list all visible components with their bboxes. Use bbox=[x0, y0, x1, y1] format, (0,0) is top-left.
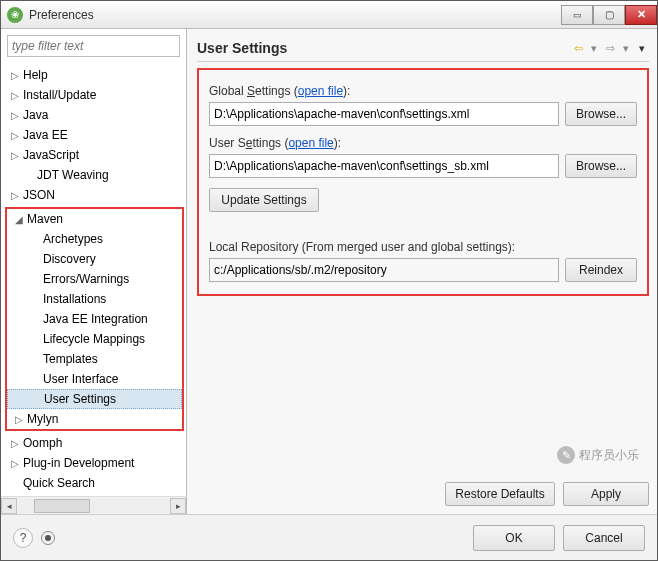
tree-item[interactable]: ▷JavaScript bbox=[3, 145, 186, 165]
user-settings-label: User Settings (open file): bbox=[209, 136, 637, 150]
cancel-button[interactable]: Cancel bbox=[563, 525, 645, 551]
expand-icon[interactable]: ▷ bbox=[9, 150, 21, 161]
tree-item[interactable]: ▷Mylyn bbox=[7, 409, 182, 429]
collapse-icon[interactable]: ◢ bbox=[13, 214, 25, 225]
apply-button[interactable]: Apply bbox=[563, 482, 649, 506]
filter-input[interactable] bbox=[7, 35, 180, 57]
tree-item[interactable]: Errors/Warnings bbox=[7, 269, 182, 289]
tree-item[interactable]: Java EE Integration bbox=[7, 309, 182, 329]
user-settings-input[interactable] bbox=[209, 154, 559, 178]
tree-item[interactable]: ▷Java bbox=[3, 105, 186, 125]
page-title: User Settings bbox=[197, 40, 571, 56]
expand-icon[interactable]: ▷ bbox=[13, 414, 25, 425]
close-button[interactable] bbox=[625, 5, 657, 25]
sidebar: ▷Help ▷Install/Update ▷Java ▷Java EE ▷Ja… bbox=[1, 29, 187, 514]
local-repo-input[interactable] bbox=[209, 258, 559, 282]
tree-item[interactable]: User Interface bbox=[7, 369, 182, 389]
divider bbox=[197, 61, 649, 62]
highlight-annotation: Global Settings (open file): Browse... U… bbox=[197, 68, 649, 296]
local-repo-label: Local Repository (From merged user and g… bbox=[209, 240, 637, 254]
record-icon[interactable] bbox=[41, 531, 55, 545]
expand-icon[interactable]: ▷ bbox=[9, 90, 21, 101]
dropdown-icon[interactable]: ▾ bbox=[619, 42, 633, 55]
highlight-annotation: ◢Maven Archetypes Discovery Errors/Warni… bbox=[5, 207, 184, 431]
tree-item[interactable]: ▷Help bbox=[3, 65, 186, 85]
nav-back-icon[interactable]: ⇦ bbox=[571, 42, 585, 55]
scroll-right-icon[interactable]: ▸ bbox=[170, 498, 186, 514]
tree-item[interactable]: JDT Weaving bbox=[3, 165, 186, 185]
horizontal-scrollbar[interactable]: ◂ ▸ bbox=[1, 496, 186, 514]
browse-global-button[interactable]: Browse... bbox=[565, 102, 637, 126]
tree-item-user-settings[interactable]: User Settings bbox=[7, 389, 182, 409]
preference-tree[interactable]: ▷Help ▷Install/Update ▷Java ▷Java EE ▷Ja… bbox=[1, 63, 186, 496]
expand-icon[interactable]: ▷ bbox=[9, 190, 21, 201]
tree-item[interactable]: ▷Oomph bbox=[3, 433, 186, 453]
menu-icon[interactable]: ▾ bbox=[635, 42, 649, 55]
tree-item[interactable]: ▷Java EE bbox=[3, 125, 186, 145]
tree-item-maven[interactable]: ◢Maven bbox=[7, 209, 182, 229]
expand-icon[interactable]: ▷ bbox=[9, 110, 21, 121]
ok-button[interactable]: OK bbox=[473, 525, 555, 551]
tree-item[interactable]: ▷JSON bbox=[3, 185, 186, 205]
global-settings-label: Global Settings (open file): bbox=[209, 84, 637, 98]
app-icon: ❀ bbox=[7, 7, 23, 23]
nav-forward-icon[interactable]: ⇨ bbox=[603, 42, 617, 55]
scroll-thumb[interactable] bbox=[34, 499, 90, 513]
minimize-button[interactable] bbox=[561, 5, 593, 25]
browse-user-button[interactable]: Browse... bbox=[565, 154, 637, 178]
tree-item[interactable]: Quick Search bbox=[3, 473, 186, 493]
scroll-left-icon[interactable]: ◂ bbox=[1, 498, 17, 514]
preferences-window: ❀ Preferences ▷Help ▷Install/Update ▷Jav… bbox=[0, 0, 658, 561]
global-settings-input[interactable] bbox=[209, 102, 559, 126]
tree-item[interactable]: ▷Install/Update bbox=[3, 85, 186, 105]
open-file-link[interactable]: open file bbox=[298, 84, 343, 98]
tree-item[interactable]: Archetypes bbox=[7, 229, 182, 249]
tree-item[interactable]: Templates bbox=[7, 349, 182, 369]
restore-defaults-button[interactable]: Restore Defaults bbox=[445, 482, 555, 506]
expand-icon[interactable]: ▷ bbox=[9, 130, 21, 141]
window-title: Preferences bbox=[29, 8, 561, 22]
tree-item[interactable]: Discovery bbox=[7, 249, 182, 269]
dialog-footer: ? OK Cancel bbox=[1, 514, 657, 560]
tree-item[interactable]: ▷Plug-in Development bbox=[3, 453, 186, 473]
titlebar[interactable]: ❀ Preferences bbox=[1, 1, 657, 29]
maximize-button[interactable] bbox=[593, 5, 625, 25]
expand-icon[interactable]: ▷ bbox=[9, 438, 21, 449]
expand-icon[interactable]: ▷ bbox=[9, 458, 21, 469]
reindex-button[interactable]: Reindex bbox=[565, 258, 637, 282]
tree-item[interactable]: Installations bbox=[7, 289, 182, 309]
update-settings-button[interactable]: Update Settings bbox=[209, 188, 319, 212]
help-button[interactable]: ? bbox=[13, 528, 33, 548]
watermark-icon: ✎ bbox=[557, 446, 575, 464]
open-file-link[interactable]: open file bbox=[288, 136, 333, 150]
watermark: ✎ 程序员小乐 bbox=[557, 446, 639, 464]
content-pane: User Settings ⇦ ▾ ⇨ ▾ ▾ Global Settings … bbox=[187, 29, 657, 514]
dropdown-icon[interactable]: ▾ bbox=[587, 42, 601, 55]
expand-icon[interactable]: ▷ bbox=[9, 70, 21, 81]
tree-item[interactable]: Lifecycle Mappings bbox=[7, 329, 182, 349]
